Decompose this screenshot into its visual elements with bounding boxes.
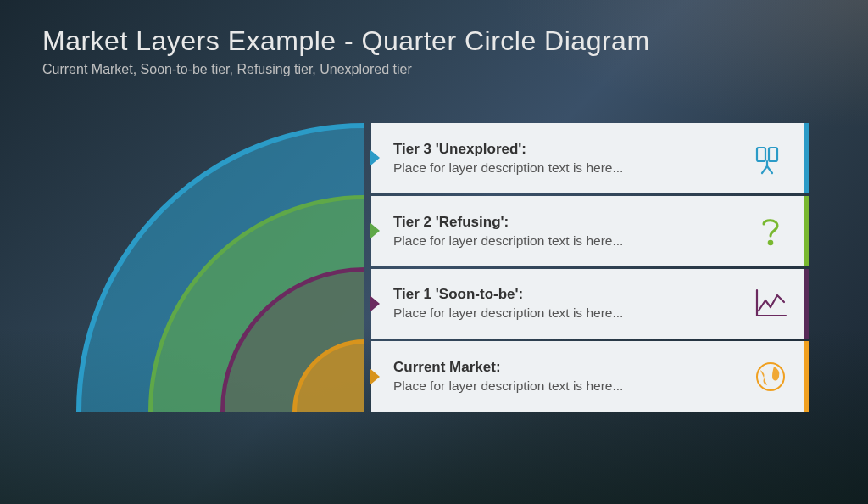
svg-line-3 (762, 166, 767, 173)
layer-row-tier-0: Current Market: Place for layer descript… (371, 341, 809, 412)
layer-desc: Place for layer description text is here… (393, 305, 745, 321)
chart-icon (752, 285, 789, 322)
svg-rect-1 (769, 148, 777, 161)
layer-row-tier-1: Tier 1 'Soon-to-be': Place for layer des… (371, 269, 809, 339)
question-icon (752, 212, 789, 249)
slide-subtitle: Current Market, Soon-to-be tier, Refusin… (42, 62, 826, 77)
layer-title: Tier 1 'Soon-to-be': (393, 286, 745, 303)
slide: Market Layers Example - Quarter Circle D… (0, 0, 868, 504)
layer-title: Tier 2 'Refusing': (393, 214, 745, 231)
layer-desc: Place for layer description text is here… (393, 160, 745, 176)
layer-desc: Place for layer description text is here… (393, 233, 745, 249)
layer-row-tier-3: Tier 3 'Unexplored': Place for layer des… (371, 123, 809, 193)
layer-desc: Place for layer description text is here… (393, 378, 745, 394)
layer-title: Tier 3 'Unexplored': (393, 141, 745, 158)
svg-rect-0 (757, 148, 765, 161)
globe-icon (752, 358, 789, 395)
quarter-circle-diagram: 3 2 1 0 Tier 3 'Unexplored': Place for l… (76, 123, 809, 412)
arc-stack (76, 123, 364, 412)
telescope-icon (752, 139, 789, 176)
layer-row-tier-2: Tier 2 'Refusing': Place for layer descr… (371, 196, 809, 266)
svg-point-6 (757, 363, 784, 390)
layer-rows: Tier 3 'Unexplored': Place for layer des… (371, 123, 809, 412)
svg-line-4 (767, 166, 772, 173)
layer-title: Current Market: (393, 359, 745, 376)
svg-point-5 (769, 241, 772, 244)
slide-title: Market Layers Example - Quarter Circle D… (42, 25, 826, 57)
